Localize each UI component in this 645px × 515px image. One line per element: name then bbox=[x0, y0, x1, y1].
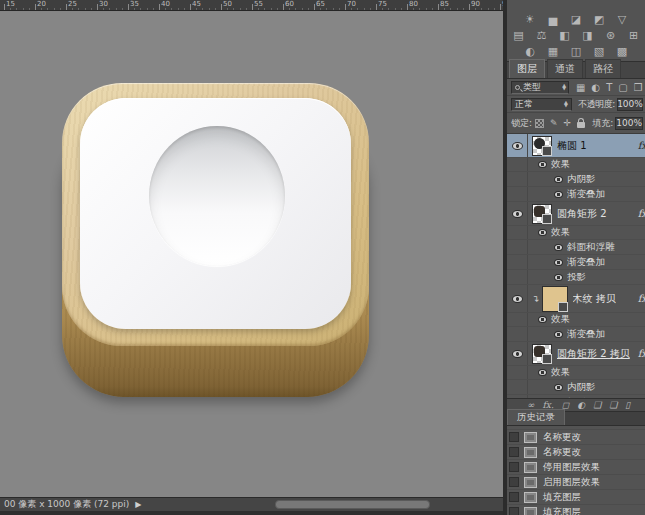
blend-mode-select[interactable]: 正常 ▲▼ bbox=[511, 98, 572, 111]
new-adjustment-layer-icon[interactable]: ◐ bbox=[577, 399, 585, 411]
layer-fx-badge[interactable]: fx bbox=[638, 140, 645, 151]
layer-row[interactable]: ↴ 效果 bbox=[507, 226, 645, 240]
filter-smart-objects-icon[interactable]: ❒ bbox=[634, 81, 643, 94]
layer-name[interactable]: 效果 bbox=[551, 158, 570, 171]
layer-name[interactable]: 内阴影 bbox=[567, 381, 596, 394]
layer-fx-badge[interactable]: fx bbox=[638, 293, 645, 304]
layer-name[interactable]: 椭圆 1 bbox=[557, 139, 587, 153]
color-lookup-icon[interactable]: ⊞ bbox=[626, 24, 641, 37]
black-white-icon[interactable]: ◧ bbox=[557, 24, 572, 37]
filter-kind-select[interactable]: 类型 ▲▼ bbox=[511, 81, 569, 94]
layer-row[interactable]: ↴ 圆角矩形 2 fx bbox=[507, 202, 645, 226]
effect-visibility-eye-icon[interactable] bbox=[538, 369, 547, 376]
layer-thumbnail[interactable] bbox=[532, 136, 552, 156]
vibrance-icon[interactable]: ▽ bbox=[615, 8, 630, 21]
layer-name[interactable]: 木纹 拷贝 bbox=[573, 292, 616, 306]
layer-fx-badge[interactable]: fx bbox=[638, 348, 645, 359]
layer-row[interactable]: ↴ 投影 bbox=[507, 395, 645, 398]
layer-name[interactable]: 投影 bbox=[567, 396, 586, 399]
layer-row[interactable]: ↴ 渐变叠加 bbox=[507, 327, 645, 342]
effect-visibility-eye-icon[interactable] bbox=[554, 331, 563, 338]
layer-row[interactable]: ↴ 斜面和浮雕 bbox=[507, 240, 645, 255]
lock-transparent-pixels-icon[interactable] bbox=[535, 119, 544, 128]
visibility-eye-icon[interactable] bbox=[512, 350, 523, 358]
history-item[interactable]: 名称更改 bbox=[507, 430, 645, 445]
history-source-checkbox[interactable] bbox=[509, 507, 519, 515]
effect-visibility-eye-icon[interactable] bbox=[554, 191, 563, 198]
filter-shape-layers-icon[interactable]: ▢ bbox=[618, 81, 627, 94]
status-menu-arrow-icon[interactable]: ▶ bbox=[135, 500, 141, 509]
layer-name[interactable]: 渐变叠加 bbox=[567, 256, 605, 269]
layer-row[interactable]: ↴ 投影 bbox=[507, 270, 645, 285]
lock-all-icon[interactable] bbox=[577, 122, 585, 128]
panel-tab[interactable]: 通道 bbox=[547, 59, 583, 78]
history-item[interactable]: 启用图层效果 bbox=[507, 475, 645, 490]
effect-visibility-eye-icon[interactable] bbox=[554, 176, 563, 183]
effect-visibility-eye-icon[interactable] bbox=[538, 229, 547, 236]
layer-row[interactable]: ↴ 内阴影 bbox=[507, 380, 645, 395]
effect-visibility-eye-icon[interactable] bbox=[554, 259, 563, 266]
panel-tab[interactable]: 路径 bbox=[585, 59, 621, 78]
layer-row[interactable]: ↴ 木纹 拷贝 fx bbox=[507, 285, 645, 313]
layer-thumbnail[interactable] bbox=[542, 286, 568, 312]
layer-name[interactable]: 效果 bbox=[551, 313, 570, 326]
layer-name[interactable]: 圆角矩形 2 bbox=[557, 207, 607, 221]
layer-row[interactable]: ↴ 渐变叠加 bbox=[507, 187, 645, 202]
layer-name[interactable]: 斜面和浮雕 bbox=[567, 241, 615, 254]
panel-tab[interactable]: 图层 bbox=[509, 59, 545, 78]
layer-row[interactable]: ↴ 圆角矩形 2 拷贝 fx bbox=[507, 342, 645, 366]
history-item[interactable]: 填充图层 bbox=[507, 490, 645, 505]
layer-name[interactable]: 效果 bbox=[551, 226, 570, 239]
filter-type-layers-icon[interactable]: T bbox=[606, 81, 612, 94]
layer-row[interactable]: ↴ 效果 bbox=[507, 158, 645, 172]
fill-value[interactable]: 100% bbox=[615, 117, 643, 130]
channel-mixer-icon[interactable]: ⊛ bbox=[603, 24, 618, 37]
history-item[interactable]: 名称更改 bbox=[507, 445, 645, 460]
visibility-eye-icon[interactable] bbox=[512, 210, 523, 218]
hue-saturation-icon[interactable]: ▤ bbox=[511, 24, 526, 37]
layer-row[interactable]: ↴ 效果 bbox=[507, 366, 645, 380]
effect-visibility-eye-icon[interactable] bbox=[538, 316, 547, 323]
layer-row[interactable]: ↴ 椭圆 1 fx bbox=[507, 134, 645, 158]
visibility-eye-icon[interactable] bbox=[512, 295, 523, 303]
history-item[interactable]: 停用图层效果 bbox=[507, 460, 645, 475]
lock-position-icon[interactable]: ✛ bbox=[564, 117, 572, 129]
filter-pixel-layers-icon[interactable]: ▦ bbox=[576, 81, 585, 94]
brightness-contrast-icon[interactable]: ☀ bbox=[523, 8, 538, 21]
history-item[interactable]: 填充图层 bbox=[507, 505, 645, 515]
layer-row[interactable]: ↴ 内阴影 bbox=[507, 172, 645, 187]
selective-color-icon[interactable]: ▧ bbox=[592, 40, 607, 53]
layer-thumbnail[interactable] bbox=[532, 344, 552, 364]
layer-fx-badge[interactable]: fx bbox=[638, 208, 645, 219]
history-source-checkbox[interactable] bbox=[509, 477, 519, 487]
history-source-checkbox[interactable] bbox=[509, 447, 519, 457]
filter-adjustment-layers-icon[interactable]: ◐ bbox=[591, 81, 600, 94]
history-source-checkbox[interactable] bbox=[509, 432, 519, 442]
gradient-map-icon[interactable]: ▩ bbox=[615, 40, 630, 53]
layer-name[interactable]: 内阴影 bbox=[567, 173, 596, 186]
layer-name[interactable]: 渐变叠加 bbox=[567, 188, 605, 201]
effect-visibility-eye-icon[interactable] bbox=[554, 384, 563, 391]
document-area[interactable]: 1520253035404550556065707580859095 00 像素… bbox=[0, 0, 503, 515]
new-group-icon[interactable]: ❑ bbox=[593, 399, 601, 411]
effect-visibility-eye-icon[interactable] bbox=[538, 161, 547, 168]
levels-icon[interactable]: ▅ bbox=[546, 8, 561, 21]
horizontal-scrollbar-thumb[interactable] bbox=[275, 500, 430, 509]
photo-filter-icon[interactable]: ◨ bbox=[580, 24, 595, 37]
layer-name[interactable]: 渐变叠加 bbox=[567, 328, 605, 341]
exposure-icon[interactable]: ◩ bbox=[592, 8, 607, 21]
history-source-checkbox[interactable] bbox=[509, 492, 519, 502]
layer-name[interactable]: 投影 bbox=[567, 271, 586, 284]
effect-visibility-eye-icon[interactable] bbox=[554, 244, 563, 251]
canvas[interactable] bbox=[0, 12, 503, 497]
invert-icon[interactable]: ◐ bbox=[523, 40, 538, 53]
lock-image-pixels-icon[interactable]: ✎ bbox=[550, 117, 558, 129]
layer-row[interactable]: ↴ 效果 bbox=[507, 313, 645, 327]
layer-thumbnail[interactable] bbox=[532, 204, 552, 224]
effect-visibility-eye-icon[interactable] bbox=[554, 274, 563, 281]
color-balance-icon[interactable]: ⚖ bbox=[534, 24, 549, 37]
history-tab[interactable]: 历史记录 bbox=[507, 409, 565, 425]
layer-row[interactable]: ↴ 渐变叠加 bbox=[507, 255, 645, 270]
opacity-value[interactable]: 100% bbox=[617, 98, 643, 111]
layer-name[interactable]: 效果 bbox=[551, 366, 570, 379]
